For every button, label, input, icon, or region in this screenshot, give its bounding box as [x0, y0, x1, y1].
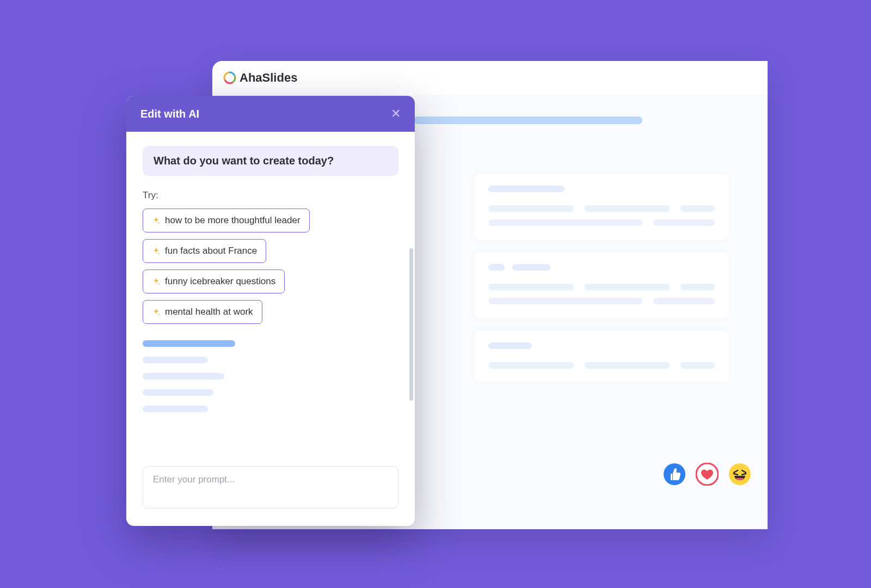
suggestion-text: mental health at work	[165, 307, 253, 317]
close-icon[interactable]: ✕	[391, 107, 401, 121]
app-header: AhaSlides	[212, 61, 768, 95]
suggestion-chip[interactable]: how to be more thoughtful leader	[143, 209, 310, 232]
skeleton-title-bar	[414, 117, 642, 124]
edit-with-ai-dialog: Edit with AI ✕ What do you want to creat…	[126, 96, 415, 526]
prompt-banner: What do you want to create today?	[143, 146, 398, 176]
dialog-body: What do you want to create today? Try: h…	[126, 132, 415, 466]
skeleton-card	[474, 173, 729, 241]
suggestion-text: how to be more thoughtful leader	[165, 215, 300, 226]
dialog-scrollbar[interactable]	[409, 248, 413, 401]
sparkle-icon	[152, 247, 161, 255]
skeleton-line	[143, 357, 208, 363]
prompt-input[interactable]	[143, 466, 398, 509]
sparkle-icon	[152, 308, 161, 316]
brand-logo[interactable]: AhaSlides	[223, 71, 297, 85]
reaction-love-button[interactable]	[696, 463, 719, 486]
suggestion-text: fun facts about France	[165, 246, 257, 256]
brand-logo-icon	[223, 71, 236, 84]
skeleton-line	[143, 389, 213, 396]
sparkle-icon	[152, 216, 161, 225]
suggestion-chip[interactable]: funny icebreaker questions	[143, 270, 285, 293]
sparkle-icon	[152, 277, 161, 286]
dialog-skeleton-lines	[143, 340, 398, 412]
reaction-laugh-button[interactable]	[728, 463, 751, 486]
reactions-bar	[663, 463, 751, 486]
skeleton-card	[474, 330, 729, 383]
try-label: Try:	[143, 190, 398, 201]
brand-name: AhaSlides	[240, 71, 297, 85]
prompt-input-container	[143, 466, 398, 511]
suggestion-chip[interactable]: mental health at work	[143, 300, 262, 324]
skeleton-card	[474, 252, 729, 319]
reaction-like-button[interactable]	[663, 463, 686, 486]
dialog-title: Edit with AI	[140, 108, 199, 120]
suggestion-chip[interactable]: fun facts about France	[143, 239, 266, 263]
suggestion-text: funny icebreaker questions	[165, 276, 275, 287]
suggestions-list: how to be more thoughtful leader fun fac…	[143, 209, 398, 330]
skeleton-line	[143, 406, 208, 412]
svg-point-3	[729, 463, 751, 485]
content-cards	[474, 146, 746, 383]
skeleton-line	[143, 373, 224, 379]
dialog-header: Edit with AI ✕	[126, 96, 415, 132]
skeleton-line	[143, 340, 235, 347]
